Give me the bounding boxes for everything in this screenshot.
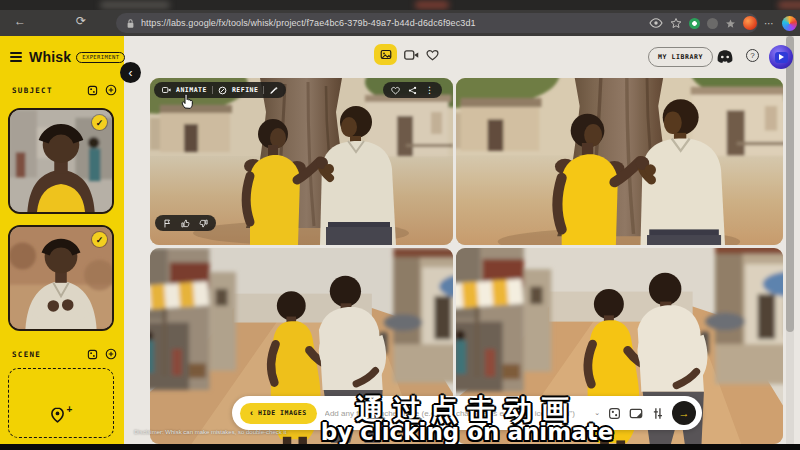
selected-check-badge: ✓ — [92, 232, 107, 247]
subtitle-english: by clicking on animate — [134, 419, 800, 445]
subject-section-header: SUBJECT — [12, 84, 117, 96]
tab-favorites[interactable] — [426, 49, 439, 61]
user-avatar[interactable] — [769, 45, 793, 69]
animate-camera-icon — [162, 86, 171, 94]
sidebar: Whisk EXPERIMENT SUBJECT ✓ ✓ SCENE — [0, 36, 124, 444]
image-tools-pill: ANIMATE REFINE — [154, 82, 286, 98]
browser-tab[interactable] — [415, 1, 449, 9]
selected-check-badge: ✓ — [92, 115, 107, 130]
url-text: https://labs.google/fx/tools/whisk/proje… — [141, 18, 476, 28]
thumbs-up-icon[interactable] — [181, 219, 190, 228]
add-subject-icon[interactable] — [105, 84, 117, 96]
scene-section-header: SCENE — [12, 348, 117, 360]
edit-pen-icon[interactable] — [269, 86, 278, 95]
app-title: Whisk — [29, 49, 71, 65]
lock-icon — [126, 18, 135, 29]
letterbox-strip — [0, 444, 800, 450]
reload-button[interactable]: ⟳ — [76, 15, 86, 27]
image-actions-pill: ⋮ — [383, 82, 442, 98]
roll-dice-icon[interactable] — [87, 85, 98, 96]
scrollbar-thumb[interactable] — [786, 36, 794, 332]
tab-images[interactable] — [374, 44, 397, 65]
extensions-icon[interactable] — [725, 18, 736, 29]
hamburger-menu-icon[interactable] — [10, 52, 22, 63]
add-scene-icon[interactable] — [105, 348, 117, 360]
discord-icon[interactable] — [716, 50, 734, 64]
thumbs-down-icon[interactable] — [199, 219, 208, 228]
mouse-cursor — [180, 92, 196, 114]
my-library-button[interactable]: MY LIBRARY — [648, 47, 713, 67]
browser-tab[interactable] — [778, 1, 800, 9]
scene-label: SCENE — [12, 350, 41, 359]
browser-menu-icon[interactable]: ⋯ — [764, 18, 775, 29]
flag-icon[interactable] — [163, 219, 172, 228]
subject-thumbnail-man[interactable]: ✓ — [8, 225, 114, 331]
share-icon[interactable] — [408, 86, 417, 95]
tab-videos[interactable] — [404, 49, 419, 61]
copilot-icon[interactable] — [782, 16, 797, 31]
favorite-heart-icon[interactable] — [391, 86, 400, 95]
browser-tab[interactable] — [100, 1, 170, 9]
bookmark-star-icon[interactable] — [670, 17, 682, 29]
generated-image-2[interactable] — [456, 78, 783, 245]
experiment-badge: EXPERIMENT — [76, 52, 125, 63]
refine-icon — [218, 86, 227, 95]
extension-icon-green[interactable] — [689, 18, 700, 29]
location-pin-icon — [50, 407, 65, 423]
subject-thumbnail-woman[interactable]: ✓ — [8, 108, 114, 214]
more-options-icon[interactable]: ⋮ — [425, 86, 434, 95]
view-tabs — [374, 44, 439, 65]
reading-mode-icon[interactable] — [649, 17, 663, 29]
browser-profile-avatar[interactable] — [743, 16, 757, 30]
extension-icon-dark[interactable] — [707, 18, 718, 29]
refine-button[interactable]: REFINE — [232, 86, 258, 94]
image-feedback-pill — [155, 215, 216, 231]
back-button[interactable]: ← — [14, 15, 26, 27]
browser-chrome: ← ⟳ https://labs.google/fx/tools/whisk/p… — [0, 0, 800, 36]
whisk-app-screen: ← ⟳ https://labs.google/fx/tools/whisk/p… — [0, 0, 800, 450]
subject-label: SUBJECT — [12, 86, 53, 95]
help-icon[interactable]: ? — [746, 49, 759, 62]
scene-dropzone[interactable]: + — [8, 368, 114, 438]
roll-dice-icon[interactable] — [87, 349, 98, 360]
plus-glyph: + — [67, 404, 73, 415]
collapse-sidebar-button[interactable]: ‹ — [120, 62, 141, 83]
browser-tab-strip — [0, 0, 800, 10]
